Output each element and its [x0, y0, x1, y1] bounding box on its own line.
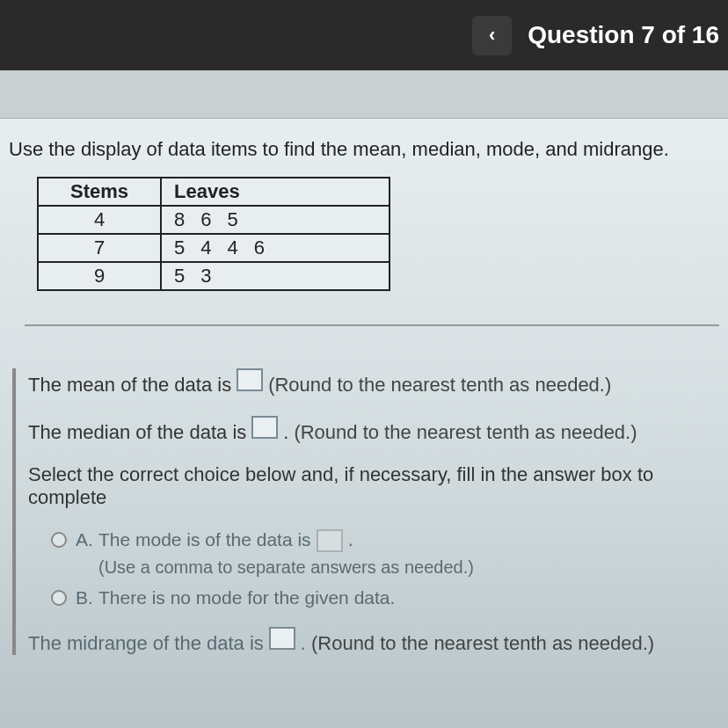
midrange-input[interactable]	[269, 627, 295, 650]
col-header-stems: Stems	[38, 178, 161, 206]
leaf-cell: 53	[161, 262, 389, 290]
midrange-period: .	[301, 632, 306, 655]
mean-line: The mean of the data is (Round to the ne…	[28, 368, 719, 397]
leaf-cell: 865	[161, 206, 389, 234]
choice-b-text: There is no mode for the given data.	[98, 587, 395, 608]
choice-b-row[interactable]: B. There is no mode for the given data.	[51, 586, 719, 609]
table-row: 4 865	[38, 206, 389, 234]
chevron-left-icon: ‹	[489, 24, 495, 47]
leaf-value: 5	[174, 237, 185, 258]
median-line: The median of the data is . (Round to th…	[28, 416, 719, 444]
mean-label: The mean of the data is	[28, 374, 231, 397]
leaf-value: 4	[228, 237, 238, 258]
stem-cell: 7	[38, 234, 161, 262]
choice-a-row[interactable]: A. The mode is of the data is .	[51, 528, 719, 552]
mean-hint: (Round to the nearest tenth as needed.)	[268, 374, 611, 397]
section-divider	[25, 324, 719, 326]
stem-cell: 9	[38, 262, 161, 290]
leaf-value: 5	[228, 208, 238, 230]
leaf-value: 8	[174, 208, 185, 230]
question-header: ‹ Question 7 of 16	[0, 0, 728, 70]
radio-a[interactable]	[51, 532, 67, 548]
choice-a-letter: A.	[76, 529, 93, 550]
median-period: .	[283, 421, 288, 444]
midrange-hint: (Round to the nearest tenth as needed.)	[311, 632, 654, 655]
toolbar-gap	[0, 70, 728, 119]
table-row: 9 53	[38, 262, 389, 290]
median-label: The median of the data is	[28, 421, 246, 444]
leaf-cell: 5446	[161, 234, 389, 262]
leaf-value: 6	[254, 237, 265, 258]
choice-a-hint: (Use a comma to separate answers as need…	[98, 557, 719, 578]
mode-input[interactable]	[317, 529, 343, 552]
median-hint: (Round to the nearest tenth as needed.)	[294, 421, 637, 444]
table-row: 7 5446	[38, 234, 389, 262]
radio-b[interactable]	[51, 590, 67, 606]
choice-a-text: The mode is of the data is	[98, 529, 311, 550]
mean-input[interactable]	[237, 368, 263, 391]
prev-question-button[interactable]: ‹	[472, 16, 512, 55]
midrange-line: The midrange of the data is . (Round to …	[28, 627, 719, 655]
question-content: Use the display of data items to find th…	[0, 119, 728, 728]
leaf-value: 5	[174, 265, 185, 287]
leaf-value: 3	[200, 265, 211, 287]
leaf-value: 6	[200, 208, 211, 230]
question-counter: Question 7 of 16	[528, 21, 719, 49]
median-input[interactable]	[251, 416, 278, 439]
leaf-value: 4	[200, 237, 211, 258]
question-prompt: Use the display of data items to find th…	[9, 138, 719, 161]
mode-choices: A. The mode is of the data is . (Use a c…	[51, 528, 719, 609]
stem-cell: 4	[38, 206, 161, 234]
col-header-leaves: Leaves	[161, 178, 389, 206]
answers-section: The mean of the data is (Round to the ne…	[12, 368, 719, 655]
midrange-label: The midrange of the data is	[28, 632, 264, 655]
choice-b-letter: B.	[76, 587, 93, 608]
select-instruction: Select the correct choice below and, if …	[28, 463, 719, 509]
stem-leaf-table: Stems Leaves 4 865 7 5446 9 53	[37, 177, 390, 291]
